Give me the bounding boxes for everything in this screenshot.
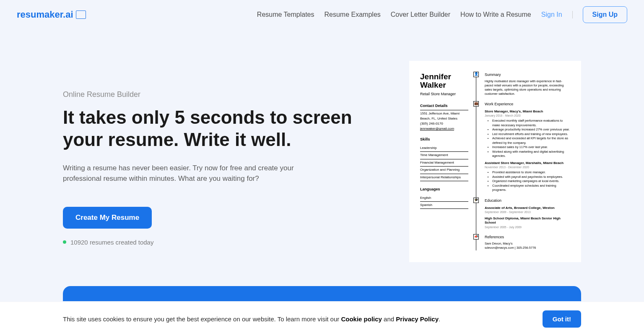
bullet: Organized marketing campaigns at local e…	[492, 179, 570, 184]
skill-item: Organization and Planning	[420, 167, 468, 174]
nav-cover-letter-builder[interactable]: Cover Letter Builder	[391, 11, 450, 18]
job-bullets: Executed monthly staff performance evalu…	[485, 119, 570, 159]
education-block: 🎓 Education Associate of Arts, Broward C…	[485, 198, 570, 229]
references-block: 📣 References Sam Devon, Macy's sdevon@ma…	[485, 235, 570, 250]
contact-address: 1551 Jefferson Ave, Miami Beach, FL, Uni…	[420, 111, 468, 121]
work-heading: Work Experience	[485, 102, 570, 107]
hero-section: Online Resume Builder It takes only 5 se…	[0, 29, 644, 262]
job-date: January 2016 - March 2020	[485, 114, 570, 117]
contact-email: jennwaker@gmail.com	[420, 126, 468, 131]
cookie-dot: .	[439, 315, 440, 323]
hero-copy: Online Resume Builder It takes only 5 se…	[63, 61, 384, 262]
privacy-policy-link[interactable]: Privacy Policy	[396, 315, 439, 323]
job-date: November 2013 - December 2020	[485, 165, 570, 169]
bullet: Led recruitment efforts and training of …	[492, 132, 570, 137]
bullet: Average productivity increased 27% over …	[492, 128, 570, 132]
create-resume-button[interactable]: Create My Resume	[63, 207, 152, 229]
cookie-pre: This site uses cookies to ensure you get…	[63, 315, 341, 323]
language-item: English	[420, 195, 468, 202]
resume-left-column: Jennifer Walker Retail Store Manager Con…	[420, 73, 468, 250]
nav-resume-examples[interactable]: Resume Examples	[325, 11, 381, 18]
bullet: Increased sales by 117% over last year.	[492, 145, 570, 150]
skill-item: Time Management	[420, 152, 468, 159]
bullet: Provided assistance to store manager.	[492, 170, 570, 175]
skill-item: Interpersonal Relationships	[420, 174, 468, 181]
nav-divider	[572, 11, 573, 18]
resume-role: Retail Store Manager	[420, 92, 468, 97]
bullet: Worked along with marketing and digital …	[492, 150, 570, 159]
megaphone-icon: 📣	[473, 234, 479, 240]
main-nav: Resume Templates Resume Examples Cover L…	[257, 6, 627, 23]
person-icon: 👤	[473, 72, 479, 77]
summary-text: Highly motivated store manager with expe…	[485, 79, 570, 96]
signin-link[interactable]: Sign In	[541, 11, 562, 18]
briefcase-icon: 💼	[473, 101, 479, 107]
job-title: Store Manager, Macy's, Miami Beach	[485, 109, 570, 114]
graduation-icon: 🎓	[473, 198, 479, 203]
skills-list: Leadership Time Management Financial Man…	[420, 145, 468, 181]
skill-item: Financial Management	[420, 159, 468, 167]
skill-item: Leadership	[420, 145, 468, 152]
cookie-text: This site uses cookies to ensure you get…	[63, 315, 543, 323]
stats-text: 10920 resumes created today	[70, 239, 153, 246]
bullet: Assisted with payroll and paychecks to e…	[492, 175, 570, 180]
resume-preview: Jennifer Walker Retail Store Manager Con…	[409, 61, 581, 262]
status-dot-icon	[63, 240, 66, 244]
edu-date: September 2009 - September 2013	[485, 210, 570, 214]
languages-list: English Spanish	[420, 195, 468, 209]
hero-subtext: Writing a resume has never been easier. …	[63, 163, 298, 184]
blue-banner	[63, 286, 581, 301]
references-heading: References	[485, 235, 570, 240]
logo-icon	[76, 10, 86, 19]
languages-heading: Languages	[420, 187, 468, 194]
hero-eyebrow: Online Resume Builder	[63, 90, 384, 99]
edu-title: High School Diploma, Miami Beach Senior …	[485, 216, 570, 225]
job-bullets: Provided assistance to store manager. As…	[485, 170, 570, 193]
reference-name: Sam Devon, Macy's	[485, 242, 570, 246]
summary-heading: Summary	[485, 73, 570, 78]
bullet: Executed monthly staff performance evalu…	[492, 119, 570, 128]
contact-block: 1551 Jefferson Ave, Miami Beach, FL, Uni…	[420, 111, 468, 131]
education-heading: Education	[485, 198, 570, 203]
work-block: 💼 Work Experience Store Manager, Macy's,…	[485, 102, 570, 193]
bullet: Achieved and exceeded all KPI targets fo…	[492, 136, 570, 145]
contact-phone: (305) 248-0170	[420, 121, 468, 126]
gotit-button[interactable]: Got it!	[543, 310, 581, 328]
logo-text: resumaker.ai	[17, 9, 73, 20]
summary-block: 👤 Summary Highly motivated store manager…	[485, 73, 570, 96]
signup-button[interactable]: Sign Up	[583, 6, 627, 23]
nav-how-to-write[interactable]: How to Write a Resume	[460, 11, 531, 18]
cookie-banner: This site uses cookies to ensure you get…	[0, 302, 644, 336]
language-item: Spanish	[420, 202, 468, 209]
skills-heading: Skills	[420, 137, 468, 144]
stats-row: 10920 resumes created today	[63, 239, 384, 246]
job-title: Assistant Store Manager, Marshalls, Miam…	[485, 161, 570, 165]
nav-resume-templates[interactable]: Resume Templates	[257, 11, 314, 18]
resume-name: Jennifer Walker	[420, 73, 468, 89]
cookie-policy-link[interactable]: Cookie policy	[341, 315, 382, 323]
logo[interactable]: resumaker.ai	[17, 9, 86, 20]
hero-headline: It takes only 5 seconds to screen your r…	[63, 107, 384, 151]
contact-heading: Contact Details	[420, 104, 468, 111]
cookie-and: and	[382, 315, 396, 323]
resume-right-column: 👤 Summary Highly motivated store manager…	[476, 73, 570, 250]
header: resumaker.ai Resume Templates Resume Exa…	[0, 0, 644, 29]
edu-title: Associate of Arts, Broward College, West…	[485, 206, 570, 210]
edu-date: September 2005 - July 2009	[485, 225, 570, 229]
bullet: Coordinated employee schedules and train…	[492, 184, 570, 193]
reference-contact: sdevon@macys.com | 305-256-5776	[485, 246, 570, 250]
